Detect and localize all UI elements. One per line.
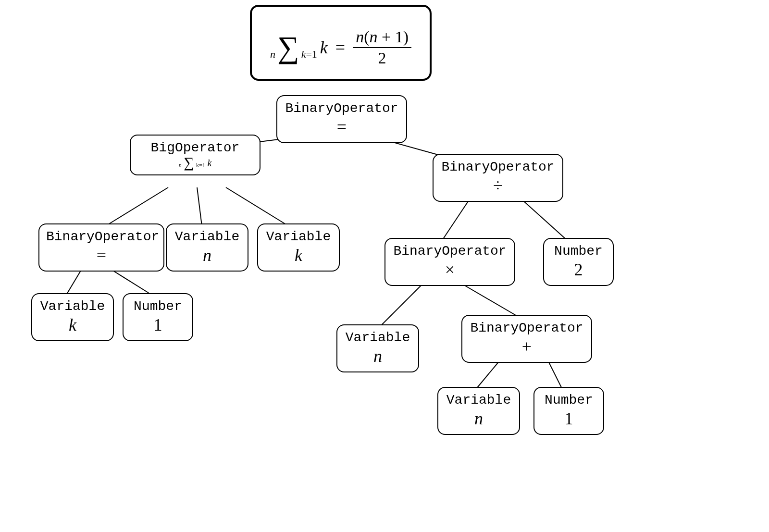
node-variable-k-2: Variable k — [31, 293, 114, 341]
svg-line-4 — [226, 187, 288, 226]
svg-line-2 — [106, 187, 168, 226]
svg-line-10 — [461, 284, 519, 317]
svg-line-5 — [67, 269, 82, 293]
svg-line-6 — [111, 269, 149, 293]
svg-line-11 — [476, 360, 500, 389]
node-number-2: Number 2 — [543, 238, 614, 286]
node-root-equals: BinaryOperator = — [276, 95, 407, 143]
node-number-1b: Number 1 — [533, 387, 604, 435]
sum-upper: n — [270, 48, 275, 60]
formula-box: n ∑ k=1 k = n(n + 1) 2 — [250, 5, 432, 81]
node-plus: BinaryOperator + — [461, 315, 592, 363]
fraction: n(n + 1) 2 — [353, 28, 411, 67]
node-equals-lower: BinaryOperator = — [38, 223, 164, 272]
node-bigoperator: BigOperator n ∑ k=1 k — [130, 135, 260, 175]
node-divide: BinaryOperator ÷ — [433, 154, 563, 202]
node-number-1a: Number 1 — [123, 293, 193, 341]
node-multiply: BinaryOperator × — [384, 238, 515, 286]
svg-line-8 — [519, 197, 567, 240]
svg-line-12 — [548, 360, 562, 389]
sum-body: k — [320, 37, 328, 58]
node-variable-n-3: Variable n — [437, 387, 520, 435]
equals-sign: = — [335, 37, 345, 58]
diagram-canvas: n ∑ k=1 k = n(n + 1) 2 BinaryOperator = … — [0, 0, 769, 532]
node-variable-k-1: Variable k — [257, 223, 340, 272]
node-variable-n-2: Variable n — [336, 324, 419, 372]
sum-lower-k: k — [301, 48, 306, 60]
sigma-symbol: n ∑ k=1 — [270, 35, 317, 60]
svg-line-3 — [197, 187, 202, 226]
svg-line-9 — [380, 284, 423, 327]
svg-line-7 — [442, 197, 471, 240]
node-variable-n-1: Variable n — [166, 223, 248, 272]
